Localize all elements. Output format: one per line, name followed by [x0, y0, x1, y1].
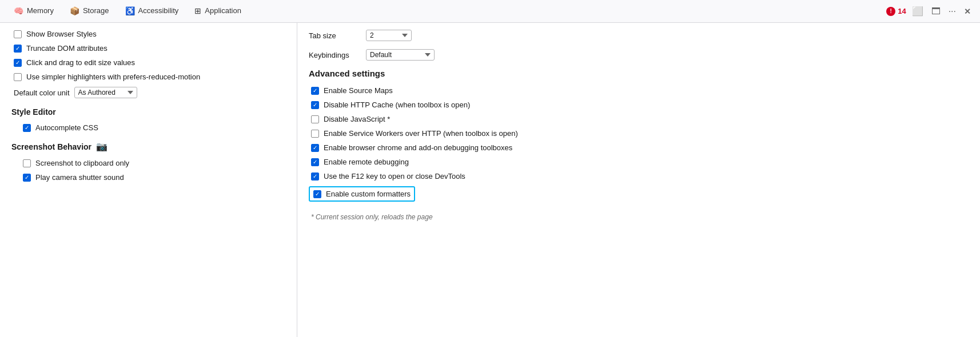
enable-service-workers-label: Enable Service Workers over HTTP (when t…: [324, 129, 518, 138]
checkbox-row-enable-browser-chrome: Enable browser chrome and add-on debuggi…: [309, 143, 969, 152]
enable-service-workers-checkbox[interactable]: [311, 130, 319, 138]
expand-button[interactable]: 🗖: [929, 5, 943, 18]
enable-source-maps-checkbox[interactable]: [311, 87, 319, 95]
checkbox-row-disable-http-cache: Disable HTTP Cache (when toolbox is open…: [309, 101, 969, 109]
dock-button[interactable]: ⬜: [910, 5, 926, 18]
simpler-highlights-label: Use simpler highlighters with prefers-re…: [26, 73, 200, 81]
advanced-settings-title: Advanced settings: [309, 69, 969, 78]
tab-size-row: Tab size 1 2 4 8: [309, 30, 969, 41]
enable-custom-formatters-label: Enable custom formatters: [326, 190, 411, 198]
truncate-dom-label: Truncate DOM attributes: [26, 44, 107, 53]
close-button[interactable]: ✕: [962, 6, 973, 17]
disable-http-cache-checkbox[interactable]: [311, 101, 319, 109]
color-unit-select[interactable]: As Authored Hex HSL RGB: [74, 87, 137, 98]
keybindings-label: Keybindings: [309, 51, 360, 59]
enable-remote-debug-checkbox[interactable]: [311, 158, 319, 166]
nav-right-controls: ! 14 ⬜ 🗖 ··· ✕: [886, 5, 978, 18]
click-drag-label: Click and drag to edit size values: [26, 58, 135, 67]
application-icon: ⊞: [194, 6, 201, 15]
nav-item-accessibility[interactable]: ♿ Accessibility: [117, 0, 187, 22]
checkbox-row-use-f12: Use the F12 key to open or close DevTool…: [309, 172, 969, 180]
main-content: Show Browser Styles Truncate DOM attribu…: [0, 23, 980, 337]
play-camera-sound-label: Play camera shutter sound: [35, 173, 124, 182]
checkbox-row-enable-service-workers: Enable Service Workers over HTTP (when t…: [309, 129, 969, 138]
enable-browser-chrome-checkbox[interactable]: [311, 144, 319, 152]
checkbox-row-screenshot-clipboard: Screenshot to clipboard only: [11, 159, 285, 167]
enable-custom-formatters-row: Enable custom formatters: [309, 186, 969, 207]
autocomplete-css-checkbox[interactable]: [23, 124, 31, 132]
show-browser-styles-checkbox[interactable]: [14, 30, 22, 38]
disable-javascript-checkbox[interactable]: [311, 115, 319, 123]
enable-custom-formatters-highlight: Enable custom formatters: [309, 186, 415, 202]
checkbox-row-autocomplete-css: Autocomplete CSS: [11, 123, 285, 132]
left-panel: Show Browser Styles Truncate DOM attribu…: [0, 23, 297, 337]
enable-browser-chrome-label: Enable browser chrome and add-on debuggi…: [324, 143, 512, 152]
note-text: * Current session only, reloads the page: [309, 213, 969, 221]
click-drag-checkbox[interactable]: [14, 59, 22, 67]
checkbox-row-simpler-highlights: Use simpler highlighters with prefers-re…: [11, 73, 285, 81]
keybindings-row: Keybindings Default Emacs Vim: [309, 49, 969, 61]
camera-icon: 📷: [96, 141, 107, 152]
memory-icon: 🧠: [14, 6, 23, 15]
right-panel: Tab size 1 2 4 8 Keybindings Default Ema…: [297, 23, 980, 337]
checkbox-row-enable-remote-debug: Enable remote debugging: [309, 158, 969, 166]
storage-icon: 📦: [70, 6, 79, 15]
checkbox-row-disable-javascript: Disable JavaScript *: [309, 115, 969, 123]
accessibility-icon: ♿: [125, 6, 135, 15]
checkbox-row-enable-source-maps: Enable Source Maps: [309, 86, 969, 95]
show-browser-styles-label: Show Browser Styles: [26, 30, 97, 38]
nav-item-memory[interactable]: 🧠 Memory: [6, 0, 62, 22]
style-editor-title: Style Editor: [11, 107, 285, 117]
disable-javascript-label: Disable JavaScript *: [324, 115, 390, 123]
use-f12-label: Use the F12 key to open or close DevTool…: [324, 172, 465, 180]
truncate-dom-checkbox[interactable]: [14, 45, 22, 53]
color-unit-label: Default color unit: [14, 89, 70, 97]
play-camera-sound-checkbox[interactable]: [23, 174, 31, 182]
screenshot-clipboard-checkbox[interactable]: [23, 159, 31, 167]
top-nav: 🧠 Memory 📦 Storage ♿ Accessibility ⊞ App…: [0, 0, 980, 23]
disable-http-cache-label: Disable HTTP Cache (when toolbox is open…: [324, 101, 470, 109]
checkbox-row-show-browser-styles: Show Browser Styles: [11, 30, 285, 38]
color-unit-row: Default color unit As Authored Hex HSL R…: [11, 87, 285, 98]
enable-source-maps-label: Enable Source Maps: [324, 86, 393, 95]
nav-label-storage: Storage: [83, 6, 109, 15]
nav-label-application: Application: [205, 6, 241, 15]
enable-custom-formatters-checkbox[interactable]: [313, 190, 321, 198]
tab-size-select[interactable]: 1 2 4 8: [366, 30, 412, 41]
screenshot-clipboard-label: Screenshot to clipboard only: [35, 159, 129, 167]
checkbox-row-truncate-dom: Truncate DOM attributes: [11, 44, 285, 53]
more-button[interactable]: ···: [946, 5, 958, 18]
screenshot-behavior-title: Screenshot Behavior 📷: [11, 141, 285, 152]
nav-item-storage[interactable]: 📦 Storage: [62, 0, 117, 22]
enable-remote-debug-label: Enable remote debugging: [324, 158, 409, 166]
simpler-highlights-checkbox[interactable]: [14, 73, 22, 81]
tab-size-label: Tab size: [309, 31, 360, 40]
error-circle: !: [886, 7, 895, 16]
inspector-checkboxes: Show Browser Styles Truncate DOM attribu…: [11, 30, 285, 81]
error-badge: ! 14: [886, 7, 906, 16]
autocomplete-css-label: Autocomplete CSS: [35, 123, 98, 132]
use-f12-checkbox[interactable]: [311, 172, 319, 180]
keybindings-select[interactable]: Default Emacs Vim: [366, 49, 435, 61]
checkbox-row-play-camera-sound: Play camera shutter sound: [11, 173, 285, 182]
nav-label-memory: Memory: [27, 6, 54, 15]
nav-item-application[interactable]: ⊞ Application: [186, 0, 249, 22]
error-count: 14: [898, 7, 906, 15]
nav-label-accessibility: Accessibility: [138, 6, 179, 15]
checkbox-row-click-drag: Click and drag to edit size values: [11, 58, 285, 67]
